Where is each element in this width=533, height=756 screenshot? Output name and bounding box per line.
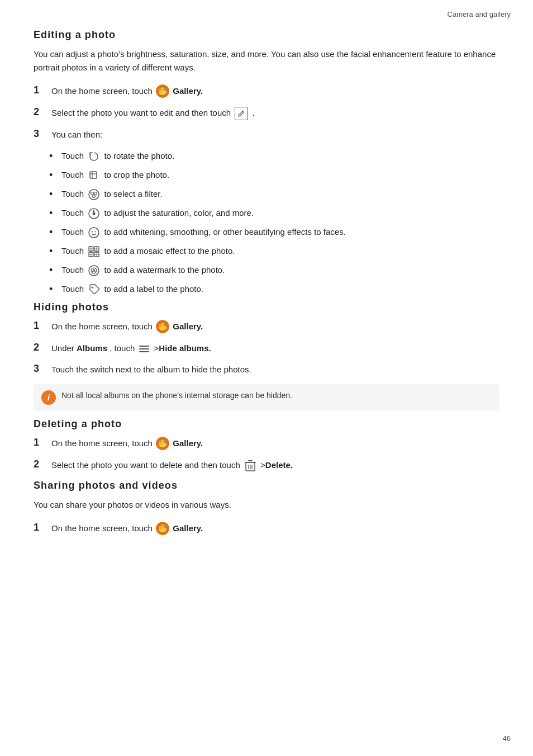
bullet-filter: • Touch to select a filter. [49,187,499,201]
section-title-sharing: Sharing photos and videos [34,480,499,492]
step-deleting-number-2: 2 [34,459,51,470]
bullet-face-beauty: • Touch to add whitening, smoothing, or … [49,225,499,239]
bullet-text-watermark: to add a watermark to the photo. [104,265,225,275]
svg-point-9 [91,192,94,195]
step-deleting-content-1: On the home screen, touch Gallery. [51,437,499,451]
section-hiding: Hiding photos 1 On the home screen, touc… [34,301,499,410]
svg-point-37 [164,324,166,327]
info-text: Not all local albums on the phone’s inte… [61,390,292,401]
step-number-1: 1 [34,84,51,96]
albums-bold: Albums [77,343,107,353]
step-text-before: On the home screen, touch [51,86,153,96]
filter-icon [88,188,100,201]
page-footer: 46 [503,734,511,743]
svg-point-42 [164,441,166,443]
bullet-crop: • Touch to crop the photo. [49,168,499,182]
step-editing-1: 1 On the home screen, touch Gallery. [34,84,499,98]
info-box-hiding: i Not all local albums on the phone’s in… [34,384,499,410]
step-deleting-1: 1 On the home screen, touch Gallery. [34,437,499,451]
svg-point-15 [89,228,99,238]
step-hiding-content-3: Touch the switch next to the album to hi… [51,363,499,376]
svg-point-17 [95,231,96,233]
svg-point-38 [161,323,164,325]
step-text-after-2: . [252,108,254,117]
svg-point-4 [161,87,164,89]
svg-rect-5 [90,172,97,178]
step-hiding-3: 3 Touch the switch next to the album to … [34,363,499,376]
delete-bold: Delete. [265,460,293,470]
trash-icon [244,460,256,472]
step-text-before-2: Select the photo you want to edit and th… [51,108,231,117]
bullet-text-rotate: to rotate the photo. [104,151,174,160]
step-sharing-1: 1 On the home screen, touch Gallery. [34,522,499,536]
bullet-text-adjust: to adjust the saturation, color, and mor… [104,208,254,218]
svg-point-53 [164,526,166,528]
gallery-app-icon-hiding-1 [156,320,169,333]
svg-point-10 [94,192,97,195]
step-hiding-content-2: Under Albums , touch >Hide albums. [51,342,499,355]
page-number: 46 [503,734,511,743]
section-title-editing: Editing a photo [34,29,499,41]
step-content-editing-3: You can then: [51,128,499,141]
svg-point-43 [161,440,164,442]
bullet-list-editing: • Touch to rotate the photo. • Touch [49,149,499,296]
edit-pencil-icon [235,107,248,120]
bullet-text-crop: to crop the photo. [104,170,169,179]
bullet-watermark: • Touch to add a watermark to the photo. [49,263,499,277]
bullet-rotate: • Touch to rotate the photo. [49,149,499,163]
step-editing-3: 3 You can then: [34,128,499,141]
bullet-text-label: to add a label to the photo. [104,284,203,294]
bullet-mosaic: • Touch [49,244,499,258]
step-hiding-1: 1 On the home screen, touch Gallery. [34,320,499,334]
section-title-hiding: Hiding photos [34,301,499,313]
gallery-app-icon-sharing [156,522,169,535]
gallery-app-icon [156,84,169,98]
section-sharing: Sharing photos and videos You can share … [34,480,499,536]
step-deleting-2: 2 Select the photo you want to delete an… [34,459,499,472]
gallery-app-icon-deleting [156,437,169,450]
crop-icon [88,169,100,182]
rotate-icon [88,150,100,163]
step-content-editing-2: Select the photo you want to edit and th… [51,106,499,120]
section-label: Camera and gallery [448,10,511,18]
bullet-label: • Touch to add a label to the photo. [49,282,499,296]
bullet-text-filter: to select a filter. [104,189,162,199]
intro-sharing: You can share your photos or videos in v… [34,498,499,512]
svg-point-54 [161,525,164,527]
svg-point-3 [164,88,166,91]
gallery-label-1: Gallery. [173,86,203,96]
mosaic-icon [88,245,100,258]
step-hiding-content-1: On the home screen, touch Gallery. [51,320,499,334]
svg-point-33 [92,287,93,289]
adjust-icon [88,207,100,220]
info-icon: i [41,390,56,405]
hide-albums-bold: Hide albums. [159,343,211,353]
step-hiding-number-2: 2 [34,342,51,353]
svg-point-11 [93,195,96,198]
bullet-text-mosaic: to add a mosaic effect to the photo. [104,246,235,256]
lines-icon [139,344,150,354]
bullet-text-face: to add whitening, smoothing, or other be… [104,227,346,237]
section-editing: Editing a photo You can adjust a photo’s… [34,29,499,296]
step-number-2: 2 [34,106,51,118]
face-beauty-icon [88,226,100,239]
step-editing-2: 2 Select the photo you want to edit and … [34,106,499,120]
svg-point-2 [159,88,162,92]
section-title-deleting: Deleting a photo [34,418,499,430]
step-sharing-content-1: On the home screen, touch Gallery. [51,522,499,536]
step-hiding-number-3: 3 [34,363,51,375]
step-hiding-number-1: 1 [34,320,51,332]
svg-point-16 [92,231,93,233]
watermark-icon [88,264,100,277]
label-icon [88,284,100,296]
svg-point-36 [159,324,162,327]
svg-point-14 [93,212,96,215]
svg-point-30 [89,266,99,276]
step-sharing-number-1: 1 [34,522,51,533]
step-text-3: You can then: [51,130,102,139]
step-number-3: 3 [34,128,51,140]
svg-point-52 [159,526,162,529]
intro-editing: You can adjust a photo’s brightness, sat… [34,48,499,74]
step-deleting-number-1: 1 [34,437,51,448]
section-deleting: Deleting a photo 1 On the home screen, t… [34,418,499,472]
